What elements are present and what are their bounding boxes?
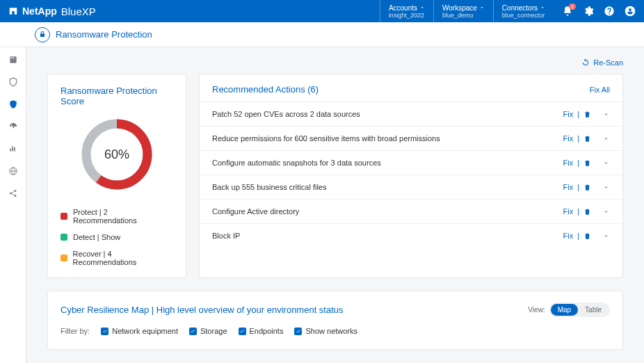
page-title: Ransomware Protection — [56, 29, 152, 40]
svg-point-3 — [14, 190, 16, 192]
svg-point-2 — [10, 193, 12, 195]
map-title: Cyber Resilience Map | High level overvi… — [61, 305, 344, 315]
score-donut: 60% — [79, 116, 155, 193]
chevron-down-icon[interactable] — [602, 159, 610, 167]
score-percent: 60% — [104, 147, 129, 162]
filter-checkbox[interactable]: Endpoints — [239, 327, 284, 335]
action-text: Configure automatic snapshots for 3 data… — [212, 159, 381, 167]
connectors-value: blue_connector — [502, 12, 545, 19]
filter-checkbox[interactable]: Storage — [189, 327, 227, 335]
action-row: Back up 555 business critical files Fix … — [200, 175, 622, 199]
legend-swatch-green — [61, 234, 67, 241]
chevron-down-icon[interactable] — [602, 135, 610, 143]
nav-share[interactable] — [8, 188, 19, 199]
fix-button[interactable]: Fix — [563, 159, 573, 167]
trash-icon[interactable] — [583, 184, 591, 191]
nav-ransomware[interactable] — [8, 99, 19, 110]
trash-icon[interactable] — [583, 135, 591, 143]
legend-protect-label: Protect | 2 Recommendations — [73, 208, 173, 225]
rescan-button[interactable]: Re-Scan — [581, 58, 623, 67]
divider: | — [577, 159, 579, 167]
recommended-actions-card: Recommended Actions (6) Fix All Patch 52… — [199, 74, 623, 278]
chevron-down-icon[interactable] — [602, 208, 610, 216]
action-row: Configure automatic snapshots for 3 data… — [200, 150, 622, 175]
refresh-icon — [581, 58, 590, 67]
chevron-down-icon — [419, 5, 425, 10]
divider: | — [577, 207, 579, 216]
chevron-down-icon — [540, 5, 545, 10]
fix-button[interactable]: Fix — [563, 207, 573, 216]
trash-icon[interactable] — [583, 232, 591, 240]
actions-title: Recommended Actions (6) — [212, 84, 319, 95]
user-icon[interactable] — [625, 6, 636, 17]
chevron-down-icon — [479, 5, 485, 10]
main-content: Re-Scan Ransomware Protection Score 60% — [26, 47, 644, 363]
view-label: View: — [528, 306, 545, 314]
filter-checkbox[interactable]: Show networks — [294, 327, 357, 335]
ransomware-icon — [35, 27, 50, 42]
legend-detect[interactable]: Detect | Show — [61, 233, 173, 241]
score-legend: Protect | 2 Recommendations Detect | Sho… — [61, 208, 173, 266]
workspace-selector[interactable]: Workspace blue_demo — [433, 0, 493, 22]
trash-icon[interactable] — [583, 111, 591, 118]
brand-logo-text: NetApp — [22, 6, 57, 17]
divider: | — [577, 110, 579, 118]
checkbox-icon — [189, 328, 197, 335]
fix-button[interactable]: Fix — [563, 183, 573, 191]
notifications-icon[interactable]: 1 — [562, 6, 573, 17]
legend-detect-label: Detect | Show — [73, 233, 120, 241]
filter-label: Network equipment — [112, 327, 178, 335]
map-filters: Filter by: Network equipmentStorageEndpo… — [61, 327, 610, 335]
accounts-value: insight_2022 — [389, 12, 425, 19]
accounts-label: Accounts — [389, 4, 417, 12]
fix-all-button[interactable]: Fix All — [590, 86, 610, 94]
legend-recover[interactable]: Recover | 4 Recommendations — [61, 250, 173, 266]
connectors-selector[interactable]: Connectors blue_connector — [493, 0, 554, 22]
notification-badge: 1 — [569, 3, 576, 10]
brand-product-name: BlueXP — [61, 6, 96, 17]
connectors-label: Connectors — [502, 4, 538, 12]
workspace-label: Workspace — [442, 4, 477, 12]
checkbox-icon — [101, 328, 108, 335]
nav-analytics[interactable] — [8, 143, 19, 154]
filter-by-label: Filter by: — [61, 327, 90, 335]
view-toggle: View: Map Table — [528, 302, 610, 317]
action-row: Patch 52 open CVEs across 2 data sources… — [200, 102, 622, 126]
fix-button[interactable]: Fix — [563, 232, 573, 240]
legend-protect[interactable]: Protect | 2 Recommendations — [61, 208, 173, 225]
chevron-down-icon[interactable] — [602, 184, 610, 191]
help-icon[interactable] — [604, 6, 615, 17]
divider: | — [577, 183, 579, 191]
netapp-logo-icon — [8, 6, 18, 16]
fix-button[interactable]: Fix — [563, 110, 573, 118]
legend-recover-label: Recover | 4 Recommendations — [73, 250, 173, 266]
topbar: NetApp BlueXP Accounts insight_2022 Work… — [0, 0, 644, 22]
brand: NetApp BlueXP — [8, 6, 96, 17]
trash-icon[interactable] — [583, 159, 591, 167]
checkbox-icon — [294, 328, 302, 335]
action-text: Patch 52 open CVEs across 2 data sources — [212, 110, 360, 118]
nav-health[interactable] — [8, 121, 19, 132]
toggle-map[interactable]: Map — [551, 304, 578, 316]
filter-checkbox[interactable]: Network equipment — [101, 327, 178, 335]
nav-shield[interactable] — [8, 76, 19, 88]
cyber-resilience-map-card: Cyber Resilience Map | High level overvi… — [47, 291, 623, 350]
gear-icon[interactable] — [583, 6, 594, 17]
accounts-selector[interactable]: Accounts insight_2022 — [380, 0, 433, 22]
action-row: Block IP Fix | — [200, 223, 622, 248]
filter-label: Endpoints — [250, 327, 284, 335]
nav-canvas[interactable] — [8, 54, 19, 65]
chevron-down-icon[interactable] — [602, 232, 610, 240]
legend-swatch-red — [61, 213, 67, 220]
toggle-table[interactable]: Table — [578, 304, 609, 316]
fix-button[interactable]: Fix — [563, 134, 573, 143]
chevron-down-icon[interactable] — [602, 111, 610, 118]
trash-icon[interactable] — [583, 208, 591, 216]
divider: | — [577, 134, 579, 143]
side-nav — [0, 47, 26, 363]
score-title: Ransomware Protection Score — [61, 86, 173, 106]
action-text: Back up 555 business critical files — [212, 183, 326, 191]
checkbox-icon — [239, 328, 246, 335]
action-text: Block IP — [212, 232, 240, 240]
nav-global[interactable] — [8, 166, 19, 177]
